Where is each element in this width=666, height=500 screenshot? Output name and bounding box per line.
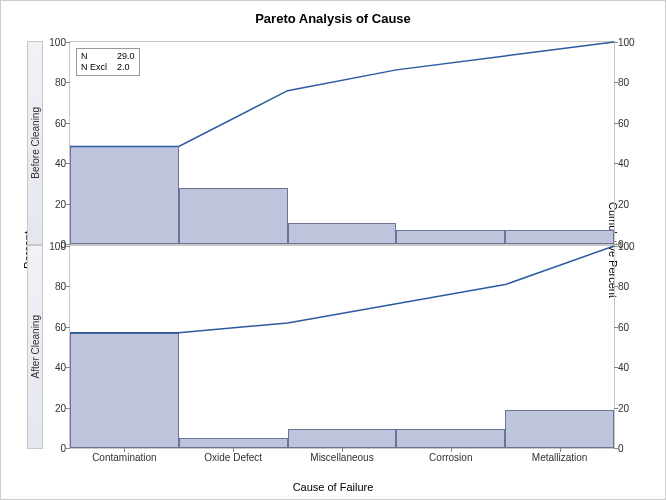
cumulative-line <box>70 42 614 244</box>
x-axis-title: Cause of Failure <box>1 481 665 493</box>
chart-title: Pareto Analysis of Cause <box>1 1 665 35</box>
panel-strip-bottom-label: After Cleaning <box>30 315 41 378</box>
cumulative-line <box>70 246 614 448</box>
plot-region: Before Cleaning N 29.0 N Excl 2.0 020406… <box>69 41 615 449</box>
pareto-chart: Pareto Analysis of Cause Percent Cumulat… <box>0 0 666 500</box>
panel-inner-bottom: 020406080100020406080100ContaminationOxi… <box>69 245 615 449</box>
panel-after-cleaning: After Cleaning 020406080100020406080100C… <box>69 245 615 449</box>
panel-strip-top-label: Before Cleaning <box>30 107 41 179</box>
panel-inner-top: N 29.0 N Excl 2.0 0204060801000204060801… <box>69 41 615 245</box>
panel-before-cleaning: Before Cleaning N 29.0 N Excl 2.0 020406… <box>69 41 615 245</box>
panel-strip-bottom: After Cleaning <box>27 245 43 449</box>
panel-strip-top: Before Cleaning <box>27 41 43 245</box>
